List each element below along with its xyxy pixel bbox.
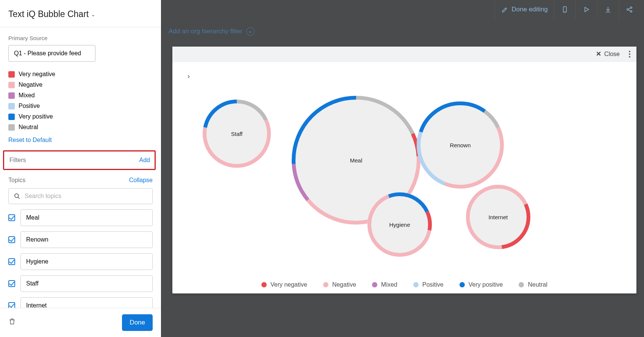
- panel-options-menu[interactable]: [627, 49, 633, 59]
- reset-to-default-link[interactable]: Reset to Default: [8, 137, 153, 144]
- chart-panel: ✕ Close › Staff Meal Renown Hygiene Inte…: [172, 47, 636, 293]
- sentiment-legend: Very negative Negative Mixed Positive Ve…: [8, 71, 153, 131]
- topic-checkbox[interactable]: [8, 280, 15, 287]
- svg-marker-4: [585, 7, 589, 12]
- topic-checkbox[interactable]: [8, 236, 15, 243]
- org-hierarchy-filter-button[interactable]: Add an org hierarchy filter +: [169, 27, 255, 36]
- svg-point-0: [15, 194, 19, 198]
- done-button[interactable]: Done: [122, 314, 153, 331]
- swatch-mixed: [8, 92, 15, 99]
- chart-legend: Very negative Negative Mixed Positive Ve…: [172, 281, 636, 288]
- done-editing-label: Done editing: [512, 6, 548, 13]
- legend-row-negative: Negative: [8, 81, 153, 88]
- play-icon: [583, 6, 590, 13]
- config-sidebar: Text iQ Bubble Chart ⌄ Primary Source Q1…: [0, 0, 161, 337]
- legend-row-mixed: Mixed: [8, 92, 153, 99]
- topic-select[interactable]: Staff: [20, 275, 153, 292]
- filters-label: Filters: [9, 157, 26, 164]
- bubble-renown[interactable]: Renown: [417, 101, 504, 189]
- bubble-ring: [203, 100, 271, 168]
- chart-canvas: › Staff Meal Renown Hygiene Internet Ver…: [172, 62, 636, 293]
- primary-source-select[interactable]: Q1 - Please provide feed: [8, 45, 95, 62]
- swatch-negative: [8, 82, 15, 88]
- bubble-ring: [466, 185, 530, 249]
- delete-widget-button[interactable]: [8, 318, 16, 328]
- legend-text: Very positive: [469, 281, 503, 288]
- mobile-preview-button[interactable]: [554, 0, 575, 19]
- bubble-ring: [367, 192, 432, 257]
- legend-label: Negative: [19, 81, 42, 88]
- org-filter-label: Add an org hierarchy filter: [169, 28, 242, 35]
- legend-text: Neutral: [528, 281, 547, 288]
- topics-label: Topics: [8, 177, 25, 184]
- topic-select[interactable]: Hygiene: [20, 253, 153, 270]
- topic-select[interactable]: Internet: [20, 297, 153, 308]
- swatch-very_negative: [8, 71, 15, 78]
- preview-button[interactable]: [575, 0, 597, 19]
- topic-checkbox[interactable]: [8, 258, 15, 265]
- legend-label: Neutral: [19, 124, 38, 131]
- chevron-down-icon: ⌄: [91, 11, 95, 17]
- legend-label: Very negative: [19, 71, 55, 78]
- close-panel-button[interactable]: ✕ Close: [596, 50, 620, 58]
- close-label: Close: [604, 51, 620, 58]
- legend-dot: [519, 282, 524, 287]
- svg-line-1: [18, 197, 20, 199]
- plus-circle-icon: +: [246, 27, 255, 36]
- filters-section-highlighted: Filters Add: [3, 150, 156, 170]
- legend-row-very_negative: Very negative: [8, 71, 153, 78]
- chart-legend-item-neutral: Neutral: [519, 281, 547, 288]
- legend-row-positive: Positive: [8, 103, 153, 109]
- chart-legend-item-negative: Negative: [323, 281, 356, 288]
- legend-text: Positive: [422, 281, 444, 288]
- topic-row: Meal: [8, 209, 153, 226]
- close-icon: ✕: [596, 50, 601, 58]
- legend-row-very_positive: Very positive: [8, 113, 153, 120]
- chart-panel-header: ✕ Close: [172, 47, 636, 62]
- swatch-very_positive: [8, 114, 15, 120]
- legend-text: Very negative: [270, 281, 307, 288]
- add-filter-link[interactable]: Add: [139, 157, 150, 164]
- topic-row: Hygiene: [8, 253, 153, 270]
- bubble-hygiene[interactable]: Hygiene: [367, 192, 432, 257]
- legend-dot: [261, 282, 267, 287]
- legend-label: Very positive: [19, 113, 53, 120]
- trash-icon: [8, 318, 16, 325]
- bubble-internet[interactable]: Internet: [466, 185, 530, 249]
- bubble-ring: [417, 101, 504, 189]
- search-topics-field[interactable]: [8, 188, 153, 204]
- widget-title-dropdown[interactable]: Text iQ Bubble Chart ⌄: [0, 0, 161, 27]
- topic-row: Staff: [8, 275, 153, 292]
- legend-dot: [323, 282, 328, 287]
- topic-checkbox[interactable]: [8, 302, 15, 308]
- collapse-topics-link[interactable]: Collapse: [129, 177, 153, 184]
- sidebar-body: Primary Source Q1 - Please provide feed …: [0, 27, 161, 308]
- topic-select[interactable]: Renown: [20, 231, 153, 248]
- legend-dot: [372, 282, 377, 287]
- topics-list: Meal Renown Hygiene Staff Internet: [8, 209, 153, 308]
- search-topics-input[interactable]: [24, 192, 148, 200]
- page-toolbar: Done editing: [161, 0, 644, 19]
- download-icon: [604, 6, 612, 13]
- search-icon: [13, 192, 21, 200]
- swatch-neutral: [8, 124, 15, 131]
- chart-legend-item-very_negative: Very negative: [261, 281, 307, 288]
- legend-text: Negative: [332, 281, 356, 288]
- bubble-staff[interactable]: Staff: [203, 100, 271, 168]
- topic-row: Internet: [8, 297, 153, 308]
- legend-label: Positive: [19, 103, 40, 109]
- topic-select[interactable]: Meal: [20, 209, 153, 226]
- primary-source-label: Primary Source: [8, 35, 153, 41]
- done-editing-button[interactable]: Done editing: [495, 0, 554, 19]
- share-icon: [626, 6, 633, 13]
- swatch-positive: [8, 103, 15, 109]
- edit-icon: [501, 6, 509, 13]
- share-button[interactable]: [619, 0, 640, 19]
- mobile-icon: [561, 6, 569, 13]
- topic-checkbox[interactable]: [8, 214, 15, 221]
- download-button[interactable]: [597, 0, 619, 19]
- chart-legend-item-mixed: Mixed: [372, 281, 397, 288]
- legend-text: Mixed: [381, 281, 397, 288]
- sidebar-footer: Done: [0, 308, 161, 337]
- topic-row: Renown: [8, 231, 153, 248]
